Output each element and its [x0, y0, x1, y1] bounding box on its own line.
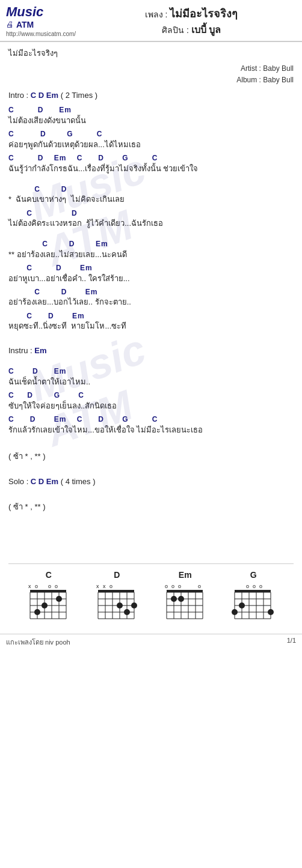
- intro-line: Intro : C D Em ( 2 Times ): [8, 91, 294, 100]
- lyric-row-1: ไม่ต้องเสียงดังขนาดนั้น: [8, 115, 294, 126]
- verse1-line2: C D G C ค่อยๆพูดกันด้วยเหตุด้วยผล...ได้ไ…: [8, 130, 294, 150]
- header-url: http://www.musicatm.com/: [6, 31, 76, 37]
- artist-label: ศิลปิน :: [162, 25, 191, 35]
- footer: แกะเพลงโดย niv pooh 1/1: [0, 634, 302, 650]
- meta-album-label: Album :: [236, 76, 261, 84]
- chord-diag-name-C: C: [46, 570, 52, 580]
- song-name: ไม่มีอะไรจริงๆ: [170, 8, 238, 20]
- svg-point-34: [117, 602, 123, 609]
- instru-line: Instru : Em: [8, 346, 294, 355]
- header-info: เพลง : ไม่มีอะไรจริงๆ ศิลปิน : เบบี้ บูล: [87, 5, 296, 37]
- meta-artist-value: Baby Bull: [263, 64, 294, 73]
- intro-chords: C D Em: [31, 91, 58, 100]
- meta-artist-label: Artist :: [241, 64, 261, 73]
- svg-text:o: o: [35, 583, 38, 589]
- svg-text:o: o: [259, 583, 262, 589]
- solo-label: Solo :: [8, 477, 31, 486]
- svg-text:o: o: [109, 583, 112, 589]
- main-content: ไม่มีอะไรจริงๆ Artist : Baby Bull Album …: [0, 42, 302, 631]
- svg-point-16: [34, 609, 40, 615]
- svg-point-36: [131, 602, 137, 609]
- song-title: ไม่มีอะไรจริงๆ: [8, 47, 294, 59]
- svg-point-54: [178, 596, 184, 602]
- svg-text:o: o: [178, 583, 181, 589]
- lyric-row-2: ค่อยๆพูดกันด้วยเหตุด้วยผล...ได้ไหมเธอ: [8, 139, 294, 150]
- chord-diagram-Em: Em o o o o: [164, 570, 207, 625]
- chord-row-c4: C D Em: [8, 312, 294, 321]
- chord-svg-Em: o o o o: [164, 582, 207, 625]
- chord-row-pc2: C D: [8, 209, 294, 219]
- lyric-row-pc1: * ฉันคบเขาห่างๆ ไม่คิดจะเกินเลย: [8, 194, 294, 205]
- intro-label: Intro :: [8, 91, 31, 100]
- logo-atm-text: ATM: [16, 20, 34, 29]
- chorus-4: C D Em หยุดซะที..นิ่งซะที หายโมโห...ซะที: [8, 312, 294, 332]
- lyric-row-c3: อย่าร้องเลย...บอกไว้เลย.. รักจะตาย..: [8, 297, 294, 308]
- verse2-line2: C D G C ซับๆให้ใจค่อยๆเย็นลง..สักนิดเธอ: [8, 391, 294, 411]
- chord-svg-C: x o o o: [27, 582, 70, 625]
- artist-name: เบบี้ บูล: [191, 25, 221, 35]
- lyric-row-c1: ** อย่าร้องเลย..ไม่สวยเลย...นะคนดี: [8, 249, 294, 260]
- lyric-row-3: ฉันรู้ว่ากำลังโกรธฉัน...เรื่องที่รู้มาไม…: [8, 163, 294, 174]
- chord-row-2: C D G C: [8, 130, 294, 139]
- svg-text:x: x: [28, 583, 31, 589]
- chord-diagrams: C x o o o: [8, 563, 294, 629]
- solo-times: ( 4 times ): [58, 477, 95, 486]
- intro-times: ( 2 Times ): [58, 91, 97, 100]
- verse2-line3: C D Em C D G C รักแล้วรักเลยเข้าใจไหม...…: [8, 415, 294, 436]
- header: Music 🖨 ATM http://www.musicatm.com/ เพล…: [0, 0, 302, 42]
- content-area: MusicATM MusicATM ไม่มีอะไรจริงๆ Artist …: [0, 42, 302, 631]
- atm-icon: 🖨: [6, 20, 14, 29]
- instru-label: Instru :: [8, 346, 34, 355]
- svg-point-18: [56, 596, 62, 602]
- chord-diagram-C: C x o o o: [27, 570, 70, 625]
- footer-arranger-name: niv pooh: [45, 639, 70, 646]
- solo-line: Solo : C D Em ( 4 times ): [8, 477, 294, 486]
- svg-rect-58: [235, 590, 271, 592]
- lyric-row-c4: หยุดซะที..นิ่งซะที หายโมโห...ซะที: [8, 321, 294, 332]
- repeat1-line: ( ซ้า * , ** ): [8, 450, 294, 463]
- verse1-line1: C D Em ไม่ต้องเสียงดังขนาดนั้น: [8, 106, 294, 126]
- song-label: เพลง :: [145, 10, 170, 19]
- chord-row-3: C D Em C D G C: [8, 154, 294, 163]
- svg-text:o: o: [246, 583, 249, 589]
- lyric-row-v2-1: ฉันเช็ดน้ำตาให้เอาไหม..: [8, 377, 294, 387]
- song-label-row: เพลง : ไม่มีอะไรจริงๆ: [87, 5, 296, 22]
- meta-album: Album : Baby Bull: [8, 74, 294, 86]
- chord-row-pc1: C D: [8, 185, 294, 195]
- footer-arranger: แกะเพลงโดย niv pooh: [6, 637, 70, 648]
- meta-block: Artist : Baby Bull Album : Baby Bull: [8, 63, 294, 86]
- chord-row-v2-2: C D G C: [8, 391, 294, 401]
- svg-text:o: o: [171, 583, 174, 589]
- chord-row-v2-1: C D Em: [8, 367, 294, 377]
- verse1-line3: C D Em C D G C ฉันรู้ว่ากำลังโกรธฉัน...เ…: [8, 154, 294, 174]
- chord-row-1: C D Em: [8, 106, 294, 115]
- lyric-row-v2-3: รักแล้วรักเลยเข้าใจไหม...ขอให้เชื่อใจ ไม…: [8, 425, 294, 436]
- footer-arranger-label: แกะเพลงโดย: [6, 639, 43, 646]
- chorus-2: C D Em อย่าหูเบา...อย่าเชื่อคำ.. ใครใส่ร…: [8, 264, 294, 284]
- svg-text:x: x: [96, 583, 99, 589]
- lyric-row-pc2: ไม่ต้องคิดระแวงหรอก รู้ไว้คำเดียว...ฉันร…: [8, 218, 294, 229]
- meta-album-value: Baby Bull: [263, 76, 294, 84]
- chord-row-c1: C D Em: [8, 240, 294, 249]
- svg-rect-22: [98, 590, 134, 592]
- chord-diag-name-G: G: [250, 570, 257, 580]
- lyric-row-v2-2: ซับๆให้ใจค่อยๆเย็นลง..สักนิดเธอ: [8, 401, 294, 411]
- footer-page: 1/1: [287, 637, 296, 648]
- chord-diag-name-Em: Em: [179, 570, 192, 580]
- svg-rect-41: [167, 590, 203, 592]
- repeat2-text: ( ซ้า * , ** ): [8, 502, 46, 511]
- svg-point-71: [239, 602, 245, 609]
- chord-svg-D: x x o: [95, 582, 138, 625]
- solo-chords: C D Em: [31, 477, 58, 486]
- artist-label-row: ศิลปิน : เบบี้ บูล: [87, 22, 296, 37]
- verse2-line1: C D Em ฉันเช็ดน้ำตาให้เอาไหม..: [8, 367, 294, 387]
- meta-artist: Artist : Baby Bull: [8, 63, 294, 74]
- logo-atm-row: 🖨 ATM: [6, 20, 34, 29]
- logo: Music 🖨 ATM http://www.musicatm.com/: [6, 5, 76, 37]
- svg-point-72: [268, 609, 274, 615]
- svg-point-35: [124, 609, 130, 615]
- chorus-3: C D Em อย่าร้องเลย...บอกไว้เลย.. รักจะตา…: [8, 288, 294, 308]
- chord-row-c2: C D Em: [8, 264, 294, 273]
- chorus-1: C D Em ** อย่าร้องเลย..ไม่สวยเลย...นะคนด…: [8, 240, 294, 260]
- svg-rect-4: [30, 590, 66, 592]
